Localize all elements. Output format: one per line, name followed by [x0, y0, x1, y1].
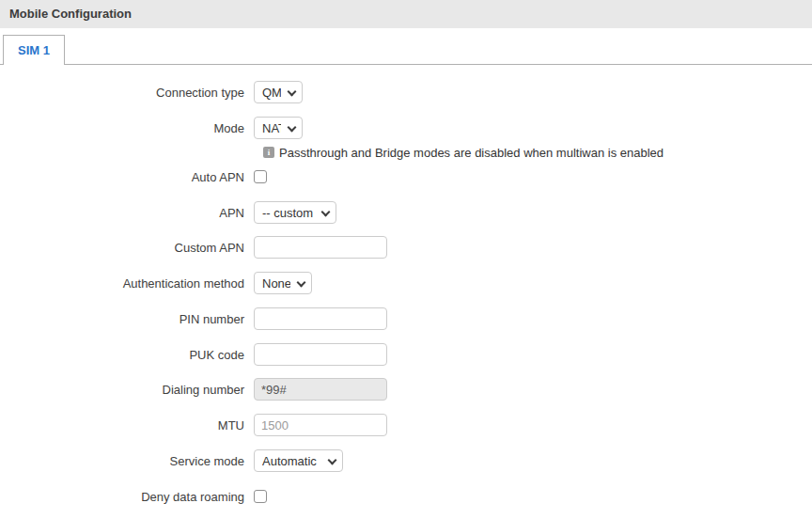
authentication-method-label: Authentication method: [0, 276, 254, 291]
mode-label: Mode: [0, 121, 254, 135]
row-puk-code: PUK code: [0, 343, 812, 366]
row-deny-data-roaming: Deny data roaming: [0, 489, 812, 504]
row-service-mode: Service mode Automatic: [0, 449, 812, 472]
mode-select[interactable]: NAT: [254, 117, 303, 139]
deny-data-roaming-checkbox[interactable]: [254, 490, 267, 503]
row-auto-apn: Auto APN: [0, 169, 812, 184]
service-mode-select[interactable]: Automatic: [254, 449, 343, 472]
info-icon: i: [263, 147, 274, 158]
row-connection-type: Connection type QMI: [0, 81, 812, 103]
apn-select[interactable]: -- custom --: [254, 201, 336, 224]
mobile-configuration-form: Connection type QMI Mode NAT i Passthr: [0, 65, 812, 504]
mtu-label: MTU: [0, 418, 254, 432]
puk-code-input[interactable]: [254, 343, 387, 366]
tab-strip: SIM 1: [0, 35, 812, 65]
row-dialing-number: Dialing number: [0, 378, 812, 401]
mtu-input[interactable]: [254, 414, 387, 436]
mode-note: i Passthrough and Bridge modes are disab…: [263, 145, 664, 160]
row-apn: APN -- custom --: [0, 201, 812, 224]
auto-apn-checkbox[interactable]: [254, 170, 267, 183]
pin-number-label: PIN number: [0, 312, 254, 326]
pin-number-input[interactable]: [254, 307, 387, 330]
deny-data-roaming-label: Deny data roaming: [0, 490, 254, 504]
page-title: Mobile Configuration: [0, 0, 812, 28]
dialing-number-label: Dialing number: [0, 383, 254, 397]
connection-type-label: Connection type: [0, 86, 254, 100]
dialing-number-input: [254, 378, 387, 401]
auto-apn-label: Auto APN: [0, 170, 254, 184]
mode-note-row: i Passthrough and Bridge modes are disab…: [0, 145, 812, 160]
connection-type-select[interactable]: QMI: [254, 81, 303, 103]
row-pin-number: PIN number: [0, 307, 812, 330]
row-authentication-method: Authentication method None: [0, 272, 812, 294]
service-mode-label: Service mode: [0, 454, 254, 468]
custom-apn-label: Custom APN: [0, 241, 254, 255]
row-mode: Mode NAT: [0, 117, 812, 139]
puk-code-label: PUK code: [0, 348, 254, 362]
tab-sim1[interactable]: SIM 1: [3, 35, 65, 65]
authentication-method-select[interactable]: None: [254, 272, 312, 294]
custom-apn-input[interactable]: [254, 236, 387, 259]
row-mtu: MTU: [0, 414, 812, 436]
row-custom-apn: Custom APN: [0, 236, 812, 259]
mode-note-text: Passthrough and Bridge modes are disable…: [279, 146, 664, 160]
apn-label: APN: [0, 206, 254, 220]
